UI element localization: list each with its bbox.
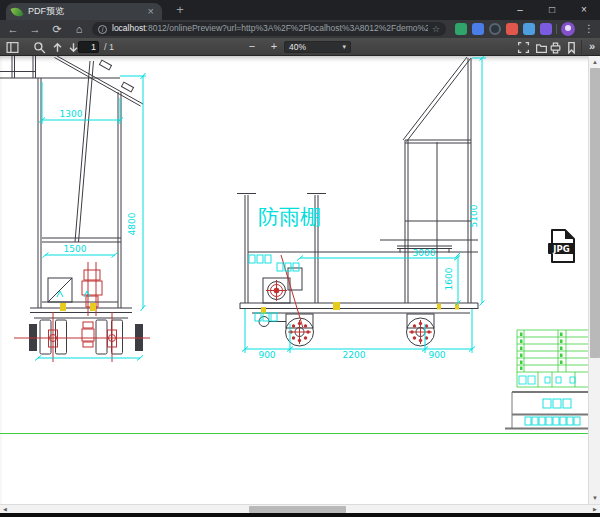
search-icon[interactable]	[33, 41, 46, 54]
extension-icon-blue[interactable]	[472, 23, 484, 35]
url-host: localhost	[112, 23, 146, 33]
bookmark-view-icon[interactable]	[565, 41, 578, 54]
jpg-badge-label: JPG	[552, 244, 569, 254]
front-dimension-labels: 1300 1500 4800	[60, 109, 137, 254]
extension-icon-purple[interactable]	[540, 23, 552, 35]
reload-icon[interactable]: ⟳	[48, 20, 66, 38]
dim-front-height: 4800	[127, 212, 137, 235]
titleblock-lower	[505, 392, 588, 429]
sidebar-toggle-icon[interactable]	[6, 41, 19, 54]
address-bar: ← → ⟳ ⌂ i localhost:8012/onlinePreview?u…	[0, 20, 600, 38]
tab-close-icon[interactable]: ×	[146, 6, 156, 17]
dim-front-mid-width: 1500	[64, 244, 87, 254]
side-microtext-blocks	[249, 255, 299, 321]
browser-menu-icon[interactable]: ⋮	[584, 20, 596, 38]
tab-title: PDF预览	[28, 5, 146, 18]
front-view-outline	[0, 56, 143, 354]
jpg-file-icon: JPG	[548, 230, 575, 262]
side-view-outline	[237, 57, 478, 346]
dim-side-height: 5100	[469, 204, 479, 227]
url-path: :8012/onlinePreview?url=http%3A%2F%2Floc…	[146, 23, 428, 33]
toolbar-divider	[581, 40, 582, 54]
zoom-in-icon[interactable]: +	[266, 38, 282, 56]
horizontal-scrollbar-thumb[interactable]	[249, 506, 346, 513]
favicon-leaf-icon	[11, 5, 24, 18]
extension-icon-dark-circle[interactable]	[489, 23, 501, 35]
window-minimize-button[interactable]: –	[504, 0, 536, 20]
extension-icon-red[interactable]	[506, 23, 518, 35]
url-text: localhost:8012/onlinePreview?url=http%3A…	[112, 23, 428, 35]
url-omnibox[interactable]: i localhost:8012/onlinePreview?url=http%…	[92, 22, 446, 36]
cad-drawing: 1300 1500 4800	[0, 56, 588, 504]
scroll-up-icon[interactable]: ▲	[589, 56, 600, 68]
browser-tab[interactable]: PDF预览 ×	[6, 3, 162, 20]
zoom-select[interactable]: 40% ▾	[284, 41, 351, 53]
pdf-toolbar: / 1 − + 40% ▾ »	[0, 38, 600, 56]
vertical-scrollbar[interactable]: ▲ ▼	[588, 56, 600, 504]
canopy-label: 防雨棚	[258, 205, 321, 229]
extension-icon-green[interactable]	[455, 23, 467, 35]
taskbar-strip	[0, 513, 600, 517]
horizontal-scrollbar[interactable]: ◀ ▶	[0, 504, 600, 513]
more-tools-icon[interactable]: »	[585, 38, 599, 56]
zoom-value: 40%	[289, 42, 342, 52]
extension-icon-lightblue[interactable]	[523, 23, 535, 35]
dim-side-body-height: 1600	[444, 267, 454, 290]
forward-icon[interactable]: →	[26, 20, 44, 38]
new-tab-button[interactable]: +	[172, 2, 188, 18]
site-info-icon[interactable]: i	[98, 25, 107, 34]
page-count-label: / 1	[104, 38, 114, 56]
dim-side-top-width: 3000	[413, 248, 436, 258]
page-up-icon[interactable]	[51, 41, 64, 54]
window-controls: – □ ×	[504, 0, 600, 20]
dim-front-top-width: 1300	[60, 109, 83, 119]
window-close-button[interactable]: ×	[568, 0, 600, 20]
presentation-mode-icon[interactable]	[517, 41, 530, 54]
scroll-down-icon[interactable]: ▼	[589, 492, 600, 504]
browser-window: PDF预览 × + – □ × ← → ⟳ ⌂ i localhost:8012…	[0, 0, 600, 517]
home-icon[interactable]: ⌂	[70, 20, 88, 38]
titleblock-microtext-cyan	[519, 376, 575, 384]
open-file-icon[interactable]	[535, 41, 548, 54]
back-icon[interactable]: ←	[4, 20, 22, 38]
print-icon[interactable]	[549, 41, 562, 54]
yellow-marks-front	[60, 303, 96, 311]
profile-avatar[interactable]	[561, 22, 575, 36]
dim-side-left-span: 900	[258, 350, 275, 360]
page-number-input[interactable]	[78, 41, 99, 53]
dim-side-mid-span: 2200	[343, 350, 366, 360]
dim-side-right-span: 900	[428, 350, 445, 360]
bookmark-star-icon[interactable]: ☆	[432, 24, 440, 34]
vertical-scrollbar-thumb[interactable]	[590, 68, 600, 358]
zoom-out-icon[interactable]: −	[244, 38, 260, 56]
pdf-page-canvas: 1300 1500 4800	[0, 56, 600, 504]
window-maximize-button[interactable]: □	[536, 0, 568, 20]
toolbar-divider	[556, 24, 557, 34]
chevron-down-icon: ▾	[342, 42, 346, 52]
tab-bar: PDF预览 × + – □ ×	[0, 0, 600, 20]
